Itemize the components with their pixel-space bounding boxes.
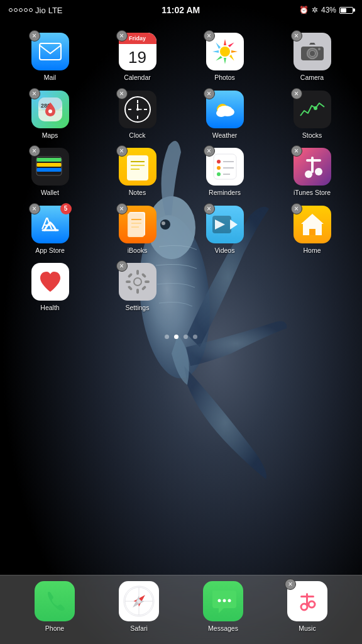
app-photos[interactable]: × Photos bbox=[181, 28, 268, 86]
app-maps[interactable]: × 280 Maps bbox=[6, 86, 94, 143]
weather-label: Weather bbox=[212, 131, 238, 140]
music-dock-label: Music bbox=[299, 625, 315, 632]
app-ibooks[interactable]: × iBooks bbox=[94, 201, 181, 258]
delete-photos-btn[interactable]: × bbox=[204, 30, 215, 42]
appstore-label: App Store bbox=[35, 247, 65, 255]
page-dot-1[interactable] bbox=[165, 335, 169, 339]
app-home-icon-wrap: × bbox=[293, 206, 331, 243]
svg-point-40 bbox=[217, 172, 221, 176]
delete-stocks-btn[interactable]: × bbox=[291, 88, 302, 99]
phone-dock-icon bbox=[35, 581, 75, 621]
svg-point-39 bbox=[217, 166, 221, 170]
app-weather-icon-wrap: × bbox=[206, 91, 244, 128]
signal-dot-4 bbox=[24, 8, 28, 12]
svg-marker-56 bbox=[230, 219, 238, 230]
signal-dot-5 bbox=[29, 8, 33, 12]
messages-dock-icon bbox=[203, 581, 243, 621]
svg-rect-67 bbox=[141, 286, 146, 291]
safari-dock-label: Safari bbox=[130, 625, 147, 632]
carrier-label: Jio bbox=[35, 6, 46, 15]
svg-rect-62 bbox=[126, 280, 131, 283]
svg-rect-33 bbox=[127, 155, 148, 180]
svg-point-23 bbox=[136, 108, 139, 111]
delete-appstore-btn[interactable]: × bbox=[29, 203, 40, 214]
svg-point-15 bbox=[48, 109, 52, 113]
svg-point-75 bbox=[137, 599, 141, 603]
mail-label: Mail bbox=[44, 74, 56, 82]
delete-itunes-btn[interactable]: × bbox=[291, 145, 302, 157]
app-notes[interactable]: × Notes bbox=[94, 143, 181, 201]
app-itunes[interactable]: × iTunes Store bbox=[268, 143, 356, 201]
app-settings[interactable]: × Settings bbox=[94, 258, 181, 316]
bluetooth-icon: ✲ bbox=[312, 6, 318, 14]
delete-videos-btn[interactable]: × bbox=[204, 203, 215, 214]
delete-ibooks-btn[interactable]: × bbox=[116, 203, 128, 214]
app-calendar[interactable]: × Friday 19 Calendar bbox=[94, 28, 181, 86]
delete-maps-btn[interactable]: × bbox=[29, 88, 40, 99]
dock-music[interactable]: × Music bbox=[287, 581, 327, 632]
app-reminders[interactable]: × Reminders bbox=[181, 143, 268, 201]
page-dot-4[interactable] bbox=[193, 335, 197, 339]
status-bar: Jio LTE 11:02 AM ⏰ ✲ 43% bbox=[0, 0, 362, 18]
home-label: Home bbox=[303, 247, 321, 255]
svg-point-76 bbox=[218, 599, 221, 602]
svg-point-77 bbox=[223, 599, 226, 602]
delete-notes-btn[interactable]: × bbox=[116, 145, 128, 157]
photos-label: Photos bbox=[214, 74, 235, 82]
app-appstore[interactable]: × 5 A App Store bbox=[6, 201, 94, 258]
signal-dot-2 bbox=[14, 8, 18, 12]
delete-reminders-btn[interactable]: × bbox=[204, 145, 215, 157]
svg-point-68 bbox=[134, 279, 141, 285]
svg-rect-65 bbox=[141, 273, 146, 278]
network-label: LTE bbox=[48, 6, 63, 15]
page-dot-3[interactable] bbox=[184, 335, 188, 339]
delete-wallet-btn[interactable]: × bbox=[29, 145, 40, 157]
svg-rect-82 bbox=[300, 596, 314, 597]
svg-rect-47 bbox=[306, 159, 321, 162]
time-display: 11:02 AM bbox=[162, 5, 200, 15]
status-left: Jio LTE bbox=[9, 6, 63, 15]
app-videos[interactable]: × Videos bbox=[181, 201, 268, 258]
app-wallet[interactable]: × Wallet bbox=[6, 143, 94, 201]
signal-indicator bbox=[9, 8, 33, 12]
delete-clock-btn[interactable]: × bbox=[116, 88, 128, 99]
app-camera[interactable]: × Camera bbox=[268, 28, 356, 86]
settings-label: Settings bbox=[126, 304, 150, 312]
delete-calendar-btn[interactable]: × bbox=[116, 30, 128, 42]
app-clock[interactable]: × Clock bbox=[94, 86, 181, 143]
app-wallet-icon-wrap: × bbox=[31, 148, 69, 186]
notes-label: Notes bbox=[129, 189, 146, 197]
app-stocks[interactable]: × Stocks bbox=[268, 86, 356, 143]
delete-weather-btn[interactable]: × bbox=[204, 88, 215, 99]
delete-settings-btn[interactable]: × bbox=[116, 260, 128, 272]
delete-mail-btn[interactable]: × bbox=[29, 30, 40, 42]
app-health[interactable]: Health bbox=[6, 258, 94, 316]
svg-rect-58 bbox=[310, 229, 315, 235]
app-settings-icon-wrap: × bbox=[119, 263, 156, 301]
svg-rect-37 bbox=[214, 154, 236, 179]
camera-label: Camera bbox=[300, 74, 324, 82]
svg-point-45 bbox=[315, 168, 322, 175]
battery-indicator bbox=[339, 7, 353, 14]
app-camera-icon-wrap: × bbox=[293, 33, 331, 70]
app-itunes-icon-wrap: × bbox=[293, 148, 331, 186]
app-home[interactable]: × Home bbox=[268, 201, 356, 258]
phone-dock-label: Phone bbox=[45, 625, 64, 632]
app-mail[interactable]: × Mail bbox=[6, 28, 94, 86]
svg-point-27 bbox=[217, 106, 233, 116]
delete-home-btn[interactable]: × bbox=[291, 203, 302, 214]
svg-point-38 bbox=[217, 160, 221, 164]
dock: Phone Safari Messages bbox=[0, 575, 362, 644]
svg-rect-63 bbox=[145, 280, 150, 283]
svg-rect-31 bbox=[36, 168, 62, 172]
dock-phone[interactable]: Phone bbox=[35, 581, 75, 632]
app-weather[interactable]: × Weather bbox=[181, 86, 268, 143]
dock-safari[interactable]: Safari bbox=[119, 581, 159, 632]
svg-point-5 bbox=[220, 47, 230, 57]
svg-rect-64 bbox=[127, 273, 132, 278]
page-dot-2[interactable] bbox=[174, 335, 178, 339]
dock-messages[interactable]: Messages bbox=[203, 581, 243, 632]
reminders-label: Reminders bbox=[209, 189, 241, 197]
delete-camera-btn[interactable]: × bbox=[291, 30, 302, 42]
delete-music-btn[interactable]: × bbox=[285, 579, 296, 590]
